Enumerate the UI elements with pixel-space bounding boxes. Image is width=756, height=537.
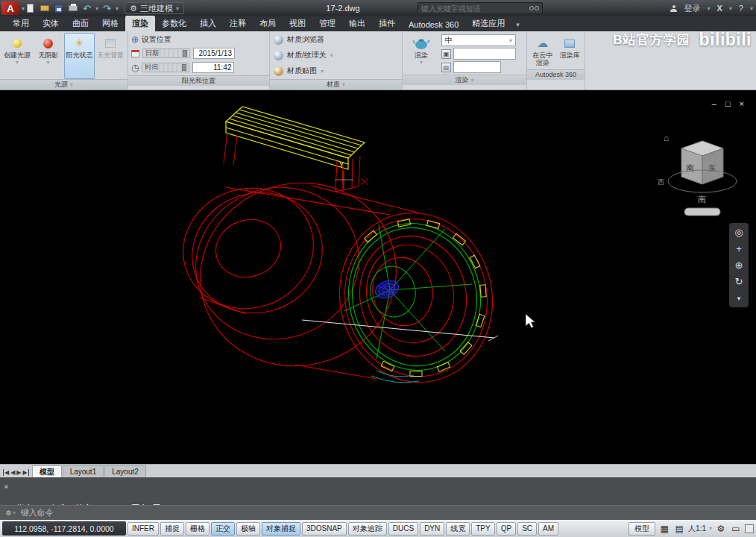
new-file-icon[interactable] — [25, 3, 36, 14]
drawing-close-icon[interactable]: × — [740, 100, 744, 108]
render-save-icon[interactable]: ▤ — [441, 63, 451, 72]
next-layout-icon[interactable]: ▶ — [16, 469, 21, 476]
drawing-canvas[interactable]: Y — [0, 90, 756, 464]
clean-screen-button[interactable] — [745, 524, 754, 533]
signin-person-icon[interactable] — [670, 5, 677, 12]
tab-autodesk-360[interactable]: Autodesk 360 — [402, 18, 465, 31]
material-browser-button[interactable]: 材质浏览器 — [274, 33, 396, 46]
toggle-ortho[interactable]: 正交 — [211, 522, 235, 536]
panel-render-footer[interactable]: 渲染 ▾ — [403, 75, 526, 85]
toolbar-unlock-icon[interactable]: ▭ — [730, 522, 742, 536]
tab-annotate[interactable]: 注释 — [223, 16, 253, 31]
signin-label[interactable]: 登录 — [684, 3, 700, 14]
sun-status-toggle[interactable]: ☀ 阳光状态 — [64, 33, 95, 79]
autocad-logo-icon[interactable]: A — [1, 1, 19, 15]
viewcube[interactable]: ⌂ 南 东 西 南 — [655, 119, 752, 223]
time-slider-thumb[interactable] — [182, 64, 186, 71]
command-window[interactable]: × 指定下一点或 [放弃(U)]: <正交 开> 指定下一点或 [放弃(U)]:… — [0, 477, 756, 520]
toggle-quick-properties[interactable]: QP — [497, 522, 516, 536]
tab-layout[interactable]: 布局 — [253, 16, 283, 31]
quick-view-drawings-icon[interactable]: ▤ — [673, 522, 685, 536]
navbar-handle-pill[interactable] — [684, 208, 720, 216]
time-slider[interactable]: 时间 — [142, 63, 189, 72]
help-chevron-icon[interactable]: ▾ — [750, 5, 753, 12]
material-mapping-button[interactable]: 材质贴图 ▾ — [274, 64, 396, 78]
undo-icon[interactable]: ↶ — [81, 3, 92, 14]
panel-sun-location-footer[interactable]: 阳光和位置 — [128, 75, 269, 86]
signin-chevron-icon[interactable]: ▾ — [707, 5, 710, 12]
time-value-field[interactable]: 11:42 — [192, 62, 234, 73]
pan-icon[interactable]: + — [736, 243, 742, 254]
compass-south-label[interactable]: 南 — [698, 195, 706, 204]
date-slider-thumb[interactable] — [183, 50, 187, 57]
toggle-polar[interactable]: 极轴 — [236, 522, 260, 536]
toggle-annotation-monitor[interactable]: AM — [538, 522, 558, 536]
tab-featured-apps[interactable]: 精选应用 — [465, 16, 511, 31]
command-close-icon[interactable]: × — [4, 482, 9, 492]
tab-mesh[interactable]: 网格 — [95, 16, 125, 31]
tab-layout1[interactable]: Layout1 — [63, 465, 104, 477]
help-icon[interactable]: ? — [739, 4, 743, 13]
quick-view-layouts-icon[interactable]: ▦ — [658, 522, 670, 536]
render-quality-select[interactable]: 中 ▾ — [441, 34, 516, 46]
annotation-scale-button[interactable]: 人1:1 — [688, 522, 706, 536]
toggle-transparency[interactable]: TPY — [471, 522, 494, 536]
render-exposure-field[interactable] — [453, 61, 501, 73]
command-customize-icon[interactable]: ⚙ ▾ — [6, 508, 16, 518]
date-value-field[interactable]: 2015/1/13 — [193, 48, 235, 59]
no-shadows-button[interactable]: 无阴影 ▾ — [33, 33, 64, 79]
render-button[interactable]: 渲染 ▾ — [404, 33, 438, 73]
drawing-restore-icon[interactable]: □ — [725, 100, 731, 108]
annotation-scale-chevron-icon[interactable]: ▾ — [709, 525, 712, 532]
tab-home[interactable]: 常用 — [6, 16, 36, 31]
viewcube-home-icon[interactable]: ⌂ — [664, 133, 669, 143]
render-output-field[interactable] — [453, 48, 516, 60]
tab-model-space[interactable]: 模型 — [32, 465, 62, 477]
toggle-lineweight[interactable]: 线宽 — [446, 522, 470, 536]
last-layout-icon[interactable]: ▶ — [22, 469, 28, 476]
tab-parametric[interactable]: 参数化 — [155, 16, 193, 31]
plot-icon[interactable] — [67, 3, 78, 14]
save-icon[interactable] — [53, 3, 64, 14]
panel-lights-footer[interactable]: 光源 ▾ — [0, 79, 127, 90]
toggle-snap[interactable]: 捕捉 — [160, 522, 184, 536]
first-layout-icon[interactable]: ◀ — [3, 469, 9, 476]
panel-autodesk-360-footer[interactable]: Autodesk 360 — [527, 69, 585, 80]
compass-west-label[interactable]: 西 — [658, 178, 664, 186]
tab-output[interactable]: 输出 — [342, 16, 372, 31]
tab-insert[interactable]: 插入 — [193, 16, 223, 31]
toggle-dyn[interactable]: DYN — [420, 522, 444, 536]
open-file-icon[interactable] — [39, 3, 50, 14]
toggle-ducs[interactable]: DUCS — [388, 522, 418, 536]
render-in-cloud-button[interactable]: ☁ 在云中渲染 — [529, 33, 556, 68]
tab-addins[interactable]: 插件 — [372, 16, 402, 31]
sky-background-button[interactable]: 天光背景 — [95, 33, 126, 79]
redo-icon[interactable]: ↷ — [101, 3, 113, 14]
tab-view[interactable]: 视图 — [283, 16, 312, 31]
coordinates-readout[interactable]: 112.0958, -117.2814, 0.0000 — [2, 521, 126, 536]
render-region-icon[interactable]: ▣ — [441, 49, 451, 59]
prev-layout-icon[interactable]: ◀ — [10, 469, 15, 476]
workspace-switch-gear-icon[interactable]: ⚙ — [715, 522, 727, 536]
date-slider[interactable]: 日期 — [142, 48, 190, 58]
set-location-button[interactable]: ⊕ 设置位置 — [131, 33, 264, 45]
exchange-chevron-icon[interactable]: ▾ — [729, 5, 732, 12]
orbit-icon[interactable]: ↻ — [735, 276, 743, 287]
command-input-row[interactable]: ⚙ ▾ 键入命令 — [0, 505, 756, 520]
tab-manage[interactable]: 管理 — [312, 16, 342, 31]
tab-solid[interactable]: 实体 — [36, 16, 66, 31]
search-binoculars-icon[interactable] — [529, 6, 539, 10]
qat-customize-chevron-icon[interactable]: ▾ — [116, 5, 119, 12]
navbar-more-chevron-icon[interactable]: ▾ — [737, 292, 741, 304]
help-search-box[interactable] — [418, 2, 543, 14]
model-space-button[interactable]: 模型 — [629, 522, 655, 536]
toggle-selection-cycling[interactable]: SC — [517, 522, 537, 536]
search-input[interactable] — [421, 4, 529, 13]
tab-surface[interactable]: 曲面 — [66, 16, 95, 31]
toggle-3dosnap[interactable]: 3DOSNAP — [302, 522, 347, 536]
drawing-minimize-icon[interactable]: – — [712, 100, 716, 108]
panel-materials-footer[interactable]: 材质 ▾ — [270, 79, 402, 90]
toggle-infer[interactable]: INFER — [127, 522, 159, 536]
material-texture-toggle[interactable]: 材质/纹理关 ▾ — [274, 48, 396, 62]
undo-chevron-icon[interactable]: ▾ — [95, 5, 98, 12]
